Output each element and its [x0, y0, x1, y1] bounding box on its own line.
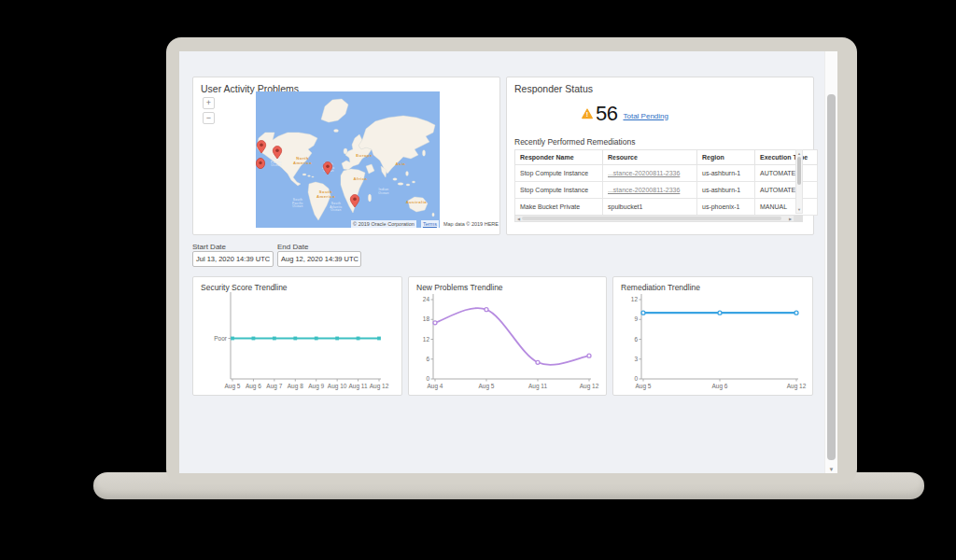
table-row[interactable]: Stop Compute Instance...stance-20200811-… — [515, 182, 818, 199]
table-cell-responder: Stop Compute Instance — [515, 165, 603, 182]
table-row[interactable]: Stop Compute Instance...stance-20200811-… — [515, 165, 818, 182]
responder-status-panel: Responder Status ! 56 Total Pending Rece… — [506, 77, 814, 235]
start-date-label: Start Date — [192, 243, 226, 251]
table-scroll-corner — [794, 215, 803, 222]
total-pending-link[interactable]: Total Pending — [623, 112, 668, 120]
map-attribution: © 2019 Oracle Corporation Terms Map data… — [193, 220, 499, 228]
start-date-input[interactable]: Jul 13, 2020 14:39 UTC — [192, 251, 274, 267]
y-tick-label: 18 — [423, 315, 430, 322]
data-point-marker — [718, 311, 722, 315]
map-zoom-controls: + − — [203, 97, 215, 127]
map-terms-link[interactable]: Terms — [421, 220, 439, 228]
x-tick-label: Aug 5 — [479, 383, 495, 390]
end-date-input[interactable]: Aug 12, 2020 14:39 UTC — [277, 251, 361, 267]
table-hscroll-thumb[interactable] — [522, 217, 781, 220]
table-cell-execution: AUTOMATED — [755, 182, 818, 199]
pending-count: 56 — [596, 102, 617, 126]
remediations-table: Responder NameResourceRegionExecution Ty… — [514, 149, 818, 216]
table-cell-region: us-ashburn-1 — [697, 182, 755, 199]
svg-text:!: ! — [586, 111, 588, 118]
data-point-marker — [273, 337, 276, 341]
security-score-trendline-panel: Security Score Trendline PoorAug 5Aug 6A… — [192, 276, 402, 396]
x-tick-label: Aug 11 — [528, 383, 548, 390]
data-point-marker — [433, 321, 437, 325]
page-scroll-down-icon[interactable]: ▼ — [825, 467, 837, 472]
remediations-table-wrap: Responder NameResourceRegionExecution Ty… — [514, 149, 803, 223]
table-cell-region: us-phoenix-1 — [697, 199, 755, 216]
map-zoom-out-button[interactable]: − — [203, 112, 215, 124]
table-header-region: Region — [697, 150, 755, 165]
x-tick-label: Aug 11 — [349, 383, 369, 390]
data-point-marker — [794, 311, 798, 315]
scroll-up-arrow-icon[interactable]: ▲ — [796, 151, 802, 156]
y-tick-label: 6 — [426, 356, 429, 362]
ocean-label: SouthPacificOcean — [292, 198, 303, 208]
y-tick-label: 0 — [634, 375, 638, 382]
table-cell-region: us-ashburn-1 — [697, 165, 755, 182]
trend-line — [435, 308, 589, 365]
world-map-svg: NorthAmericaSouthAmericaEuropeAfricaAsia… — [256, 91, 440, 228]
security-score-chart: PoorAug 5Aug 6Aug 7Aug 8Aug 9Aug 10Aug 1… — [193, 277, 403, 397]
table-cell-resource[interactable]: ...stance-20200811-2336 — [603, 182, 697, 199]
data-point-marker — [485, 308, 488, 312]
end-date-label: End Date — [277, 243, 308, 251]
y-tick-label: Poor — [214, 335, 228, 342]
x-tick-label: Aug 5 — [636, 383, 652, 390]
table-header-execution-type: Execution Type — [755, 150, 818, 165]
table-cell-resource[interactable]: ...stance-20200811-2336 — [603, 165, 697, 182]
table-cell-execution: MANUAL — [755, 199, 818, 216]
page-scrollbar[interactable]: ▼ — [824, 51, 837, 473]
table-vertical-scrollbar[interactable]: ▲ ▼ — [795, 149, 803, 214]
data-point-marker — [357, 337, 360, 341]
new-problems-chart: 06121824Aug 4Aug 5Aug 11Aug 12 — [409, 277, 608, 397]
map-zoom-in-button[interactable]: + — [203, 97, 215, 109]
x-tick-label: Aug 5 — [225, 383, 241, 390]
pending-summary: ! 56 Total Pending — [582, 102, 668, 126]
ocean-label: IndianOcean — [378, 188, 388, 195]
map-copyright: © 2019 Oracle Corporation — [351, 220, 416, 228]
data-point-marker — [231, 337, 234, 341]
remediation-chart: 036912Aug 5Aug 6Aug 12 — [613, 277, 814, 397]
data-point-marker — [536, 360, 540, 364]
x-tick-label: Aug 8 — [288, 383, 303, 390]
data-point-marker — [641, 311, 645, 315]
data-point-marker — [315, 337, 318, 341]
x-tick-label: Aug 6 — [712, 383, 728, 390]
scroll-left-arrow-icon[interactable]: ◀ — [517, 216, 520, 222]
y-tick-label: 0 — [426, 375, 429, 382]
world-map[interactable]: NorthAmericaSouthAmericaEuropeAfricaAsia… — [256, 91, 440, 228]
scroll-down-arrow-icon[interactable]: ▼ — [796, 207, 802, 212]
map-cluster-marker[interactable] — [256, 158, 264, 168]
x-tick-label: Aug 12 — [370, 383, 389, 390]
continent-label: Asia — [396, 161, 406, 166]
continent-label: Africa — [354, 176, 368, 181]
y-tick-label: 12 — [423, 336, 430, 343]
table-cell-responder: Make Bucket Private — [515, 199, 603, 216]
table-header-resource: Resource — [603, 150, 697, 165]
table-horizontal-scrollbar[interactable]: ◀ ▶ — [514, 215, 794, 222]
continent-label: SouthAmerica — [316, 189, 335, 199]
continent-label: Australia — [406, 200, 428, 204]
remediations-caption: Recently Performed Remediations — [514, 137, 635, 147]
data-point-marker — [335, 337, 339, 341]
start-date-value: Jul 13, 2020 14:39 UTC — [196, 255, 270, 263]
x-tick-label: Aug 10 — [328, 383, 347, 390]
data-point-marker — [587, 354, 591, 357]
y-tick-label: 12 — [631, 296, 639, 302]
y-tick-label: 3 — [634, 356, 638, 362]
x-tick-label: Aug 12 — [580, 383, 599, 390]
end-date-value: Aug 12, 2020 14:39 UTC — [281, 255, 358, 263]
table-cell-execution: AUTOMATED — [755, 165, 818, 182]
new-problems-trendline-panel: New Problems Trendline 06121824Aug 4Aug … — [408, 276, 607, 396]
table-row[interactable]: Make Bucket Privatespulbucket1us-phoenix… — [515, 199, 818, 216]
data-point-marker — [293, 337, 297, 341]
x-tick-label: Aug 9 — [308, 383, 324, 390]
scroll-right-arrow-icon[interactable]: ▶ — [789, 216, 792, 222]
x-tick-label: Aug 12 — [787, 383, 807, 390]
y-tick-label: 24 — [423, 296, 430, 302]
warning-icon: ! — [582, 108, 593, 119]
table-vscroll-thumb[interactable] — [797, 157, 801, 185]
continent-label: Europe — [356, 153, 373, 158]
data-point-marker — [377, 337, 381, 341]
page-scrollbar-thumb[interactable] — [827, 94, 836, 460]
